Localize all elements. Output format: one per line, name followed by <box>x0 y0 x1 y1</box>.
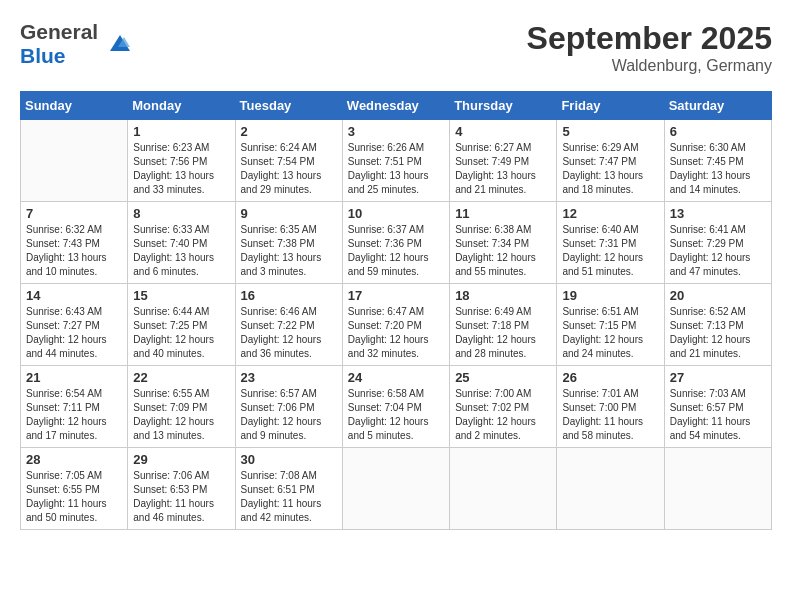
weekday-header: Saturday <box>664 92 771 120</box>
day-info: Sunrise: 6:58 AMSunset: 7:04 PMDaylight:… <box>348 387 444 443</box>
day-info: Sunrise: 6:52 AMSunset: 7:13 PMDaylight:… <box>670 305 766 361</box>
day-info: Sunrise: 6:27 AMSunset: 7:49 PMDaylight:… <box>455 141 551 197</box>
day-info: Sunrise: 6:35 AMSunset: 7:38 PMDaylight:… <box>241 223 337 279</box>
day-info: Sunrise: 6:29 AMSunset: 7:47 PMDaylight:… <box>562 141 658 197</box>
weekday-header: Thursday <box>450 92 557 120</box>
day-number: 6 <box>670 124 766 139</box>
calendar-cell: 3Sunrise: 6:26 AMSunset: 7:51 PMDaylight… <box>342 120 449 202</box>
calendar-cell: 25Sunrise: 7:00 AMSunset: 7:02 PMDayligh… <box>450 366 557 448</box>
calendar-cell: 5Sunrise: 6:29 AMSunset: 7:47 PMDaylight… <box>557 120 664 202</box>
calendar-cell <box>557 448 664 530</box>
day-number: 20 <box>670 288 766 303</box>
day-info: Sunrise: 6:55 AMSunset: 7:09 PMDaylight:… <box>133 387 229 443</box>
calendar-cell: 13Sunrise: 6:41 AMSunset: 7:29 PMDayligh… <box>664 202 771 284</box>
day-number: 10 <box>348 206 444 221</box>
day-info: Sunrise: 7:00 AMSunset: 7:02 PMDaylight:… <box>455 387 551 443</box>
calendar-header-row: SundayMondayTuesdayWednesdayThursdayFrid… <box>21 92 772 120</box>
day-number: 21 <box>26 370 122 385</box>
day-info: Sunrise: 6:38 AMSunset: 7:34 PMDaylight:… <box>455 223 551 279</box>
calendar-cell: 15Sunrise: 6:44 AMSunset: 7:25 PMDayligh… <box>128 284 235 366</box>
month-title: September 2025 <box>527 20 772 57</box>
day-number: 27 <box>670 370 766 385</box>
day-number: 11 <box>455 206 551 221</box>
calendar-cell: 28Sunrise: 7:05 AMSunset: 6:55 PMDayligh… <box>21 448 128 530</box>
calendar-week-row: 1Sunrise: 6:23 AMSunset: 7:56 PMDaylight… <box>21 120 772 202</box>
calendar-cell: 29Sunrise: 7:06 AMSunset: 6:53 PMDayligh… <box>128 448 235 530</box>
day-number: 15 <box>133 288 229 303</box>
day-info: Sunrise: 6:41 AMSunset: 7:29 PMDaylight:… <box>670 223 766 279</box>
day-info: Sunrise: 6:57 AMSunset: 7:06 PMDaylight:… <box>241 387 337 443</box>
weekday-header: Sunday <box>21 92 128 120</box>
calendar-cell: 2Sunrise: 6:24 AMSunset: 7:54 PMDaylight… <box>235 120 342 202</box>
day-info: Sunrise: 6:43 AMSunset: 7:27 PMDaylight:… <box>26 305 122 361</box>
calendar-cell: 20Sunrise: 6:52 AMSunset: 7:13 PMDayligh… <box>664 284 771 366</box>
calendar-cell: 17Sunrise: 6:47 AMSunset: 7:20 PMDayligh… <box>342 284 449 366</box>
logo-icon <box>102 27 134 63</box>
day-info: Sunrise: 7:05 AMSunset: 6:55 PMDaylight:… <box>26 469 122 525</box>
calendar-cell: 27Sunrise: 7:03 AMSunset: 6:57 PMDayligh… <box>664 366 771 448</box>
day-info: Sunrise: 6:37 AMSunset: 7:36 PMDaylight:… <box>348 223 444 279</box>
weekday-header: Friday <box>557 92 664 120</box>
day-info: Sunrise: 6:51 AMSunset: 7:15 PMDaylight:… <box>562 305 658 361</box>
day-number: 25 <box>455 370 551 385</box>
weekday-header: Monday <box>128 92 235 120</box>
calendar-cell <box>450 448 557 530</box>
day-number: 4 <box>455 124 551 139</box>
day-info: Sunrise: 6:49 AMSunset: 7:18 PMDaylight:… <box>455 305 551 361</box>
title-block: September 2025 Waldenburg, Germany <box>527 20 772 75</box>
logo-blue: Blue <box>20 44 98 68</box>
day-info: Sunrise: 6:33 AMSunset: 7:40 PMDaylight:… <box>133 223 229 279</box>
day-info: Sunrise: 6:54 AMSunset: 7:11 PMDaylight:… <box>26 387 122 443</box>
calendar-cell: 9Sunrise: 6:35 AMSunset: 7:38 PMDaylight… <box>235 202 342 284</box>
calendar-week-row: 7Sunrise: 6:32 AMSunset: 7:43 PMDaylight… <box>21 202 772 284</box>
day-number: 23 <box>241 370 337 385</box>
calendar-cell: 4Sunrise: 6:27 AMSunset: 7:49 PMDaylight… <box>450 120 557 202</box>
day-info: Sunrise: 6:32 AMSunset: 7:43 PMDaylight:… <box>26 223 122 279</box>
day-number: 29 <box>133 452 229 467</box>
day-number: 17 <box>348 288 444 303</box>
calendar-cell <box>21 120 128 202</box>
calendar-cell: 26Sunrise: 7:01 AMSunset: 7:00 PMDayligh… <box>557 366 664 448</box>
day-number: 22 <box>133 370 229 385</box>
day-number: 16 <box>241 288 337 303</box>
calendar-cell: 11Sunrise: 6:38 AMSunset: 7:34 PMDayligh… <box>450 202 557 284</box>
day-number: 5 <box>562 124 658 139</box>
day-number: 7 <box>26 206 122 221</box>
calendar-cell: 24Sunrise: 6:58 AMSunset: 7:04 PMDayligh… <box>342 366 449 448</box>
day-number: 30 <box>241 452 337 467</box>
calendar-cell: 23Sunrise: 6:57 AMSunset: 7:06 PMDayligh… <box>235 366 342 448</box>
day-number: 14 <box>26 288 122 303</box>
day-number: 9 <box>241 206 337 221</box>
weekday-header: Wednesday <box>342 92 449 120</box>
day-info: Sunrise: 6:47 AMSunset: 7:20 PMDaylight:… <box>348 305 444 361</box>
day-number: 8 <box>133 206 229 221</box>
day-number: 26 <box>562 370 658 385</box>
day-info: Sunrise: 7:08 AMSunset: 6:51 PMDaylight:… <box>241 469 337 525</box>
day-number: 28 <box>26 452 122 467</box>
calendar-cell: 6Sunrise: 6:30 AMSunset: 7:45 PMDaylight… <box>664 120 771 202</box>
day-number: 19 <box>562 288 658 303</box>
day-info: Sunrise: 6:24 AMSunset: 7:54 PMDaylight:… <box>241 141 337 197</box>
calendar-cell: 10Sunrise: 6:37 AMSunset: 7:36 PMDayligh… <box>342 202 449 284</box>
day-number: 24 <box>348 370 444 385</box>
day-number: 1 <box>133 124 229 139</box>
day-info: Sunrise: 6:46 AMSunset: 7:22 PMDaylight:… <box>241 305 337 361</box>
day-info: Sunrise: 6:30 AMSunset: 7:45 PMDaylight:… <box>670 141 766 197</box>
calendar-cell: 12Sunrise: 6:40 AMSunset: 7:31 PMDayligh… <box>557 202 664 284</box>
calendar-cell: 21Sunrise: 6:54 AMSunset: 7:11 PMDayligh… <box>21 366 128 448</box>
day-info: Sunrise: 6:40 AMSunset: 7:31 PMDaylight:… <box>562 223 658 279</box>
day-info: Sunrise: 7:01 AMSunset: 7:00 PMDaylight:… <box>562 387 658 443</box>
calendar-table: SundayMondayTuesdayWednesdayThursdayFrid… <box>20 91 772 530</box>
day-info: Sunrise: 6:44 AMSunset: 7:25 PMDaylight:… <box>133 305 229 361</box>
weekday-header: Tuesday <box>235 92 342 120</box>
calendar-week-row: 21Sunrise: 6:54 AMSunset: 7:11 PMDayligh… <box>21 366 772 448</box>
calendar-cell: 1Sunrise: 6:23 AMSunset: 7:56 PMDaylight… <box>128 120 235 202</box>
calendar-cell: 7Sunrise: 6:32 AMSunset: 7:43 PMDaylight… <box>21 202 128 284</box>
calendar-cell: 18Sunrise: 6:49 AMSunset: 7:18 PMDayligh… <box>450 284 557 366</box>
logo: General Blue <box>20 20 134 68</box>
calendar-week-row: 28Sunrise: 7:05 AMSunset: 6:55 PMDayligh… <box>21 448 772 530</box>
logo-general: General <box>20 20 98 44</box>
page-header: General Blue September 2025 Waldenburg, … <box>20 20 772 75</box>
calendar-cell <box>664 448 771 530</box>
calendar-cell <box>342 448 449 530</box>
